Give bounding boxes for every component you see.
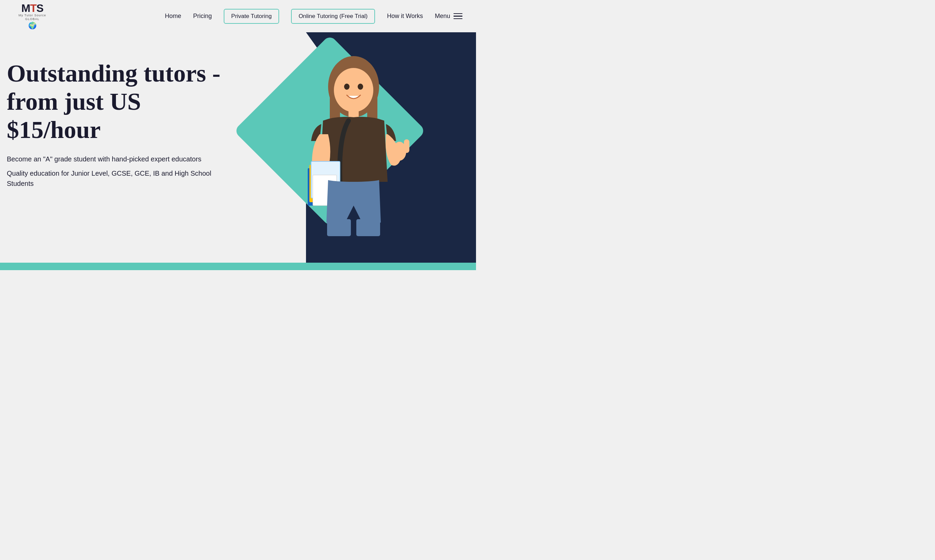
hero-content: Outstanding tutors - from just US $15/ho… — [0, 32, 238, 206]
nav-online-tutoring[interactable]: Online Tutoring (Free Trial) — [291, 9, 375, 24]
student-image — [282, 46, 425, 250]
hero-title: Outstanding tutors - from just US $15/ho… — [7, 60, 224, 144]
nav-private-tutoring[interactable]: Private Tutoring — [224, 9, 279, 24]
nav-how-it-works[interactable]: How it Works — [387, 12, 423, 20]
hero-subtitle-2: Quality education for Junior Level, GCSE… — [7, 168, 224, 189]
logo-letters: MTS — [22, 3, 43, 14]
hamburger-icon — [454, 13, 462, 19]
logo-globe-icon: 🌍 — [28, 22, 37, 29]
svg-rect-14 — [356, 219, 380, 236]
main-nav: Home Pricing Private Tutoring Online Tut… — [165, 9, 462, 24]
svg-point-5 — [358, 84, 363, 90]
logo-subtitle: My Tutor Source GLOBAL — [18, 14, 46, 21]
nav-menu-button[interactable]: Menu — [435, 12, 462, 20]
menu-label: Menu — [435, 12, 450, 20]
site-header: MTS My Tutor Source GLOBAL 🌍 Home Pricin… — [0, 0, 476, 32]
hero-subtitle-1: Become an "A" grade student with hand-pi… — [7, 154, 224, 164]
nav-home[interactable]: Home — [165, 12, 181, 20]
nav-pricing[interactable]: Pricing — [193, 12, 212, 20]
hero-section: Outstanding tutors - from just US $15/ho… — [0, 32, 476, 270]
svg-rect-8 — [404, 139, 409, 153]
svg-point-4 — [344, 84, 350, 90]
bottom-teal-bar — [0, 263, 476, 270]
logo[interactable]: MTS My Tutor Source GLOBAL 🌍 — [14, 3, 51, 30]
svg-point-3 — [334, 68, 373, 112]
svg-rect-13 — [327, 219, 351, 236]
